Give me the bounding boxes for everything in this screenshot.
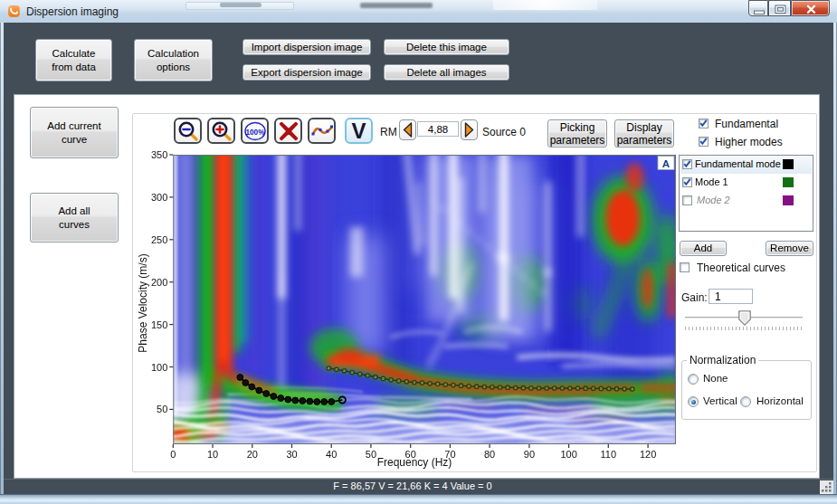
svg-text:Phase Velocity (m/s): Phase Velocity (m/s) <box>137 253 149 352</box>
svg-text:10: 10 <box>207 449 218 460</box>
svg-text:120: 120 <box>640 449 656 460</box>
svg-text:90: 90 <box>524 449 535 460</box>
svg-text:A: A <box>662 158 670 169</box>
svg-text:80: 80 <box>484 449 495 460</box>
svg-text:30: 30 <box>286 449 297 460</box>
svg-text:300: 300 <box>151 192 167 203</box>
svg-text:100%: 100% <box>245 128 265 136</box>
svg-text:100: 100 <box>151 362 167 373</box>
svg-text:40: 40 <box>326 449 337 460</box>
svg-text:100: 100 <box>560 449 576 460</box>
svg-text:250: 250 <box>151 234 167 245</box>
svg-text:Frequency (Hz): Frequency (Hz) <box>377 456 452 469</box>
svg-text:200: 200 <box>151 277 167 288</box>
svg-text:0: 0 <box>170 449 176 460</box>
svg-text:110: 110 <box>601 449 617 460</box>
svg-text:150: 150 <box>151 319 167 330</box>
svg-text:350: 350 <box>151 149 167 160</box>
svg-text:50: 50 <box>157 404 167 414</box>
svg-text:20: 20 <box>247 449 258 460</box>
svg-text:50: 50 <box>366 449 376 460</box>
